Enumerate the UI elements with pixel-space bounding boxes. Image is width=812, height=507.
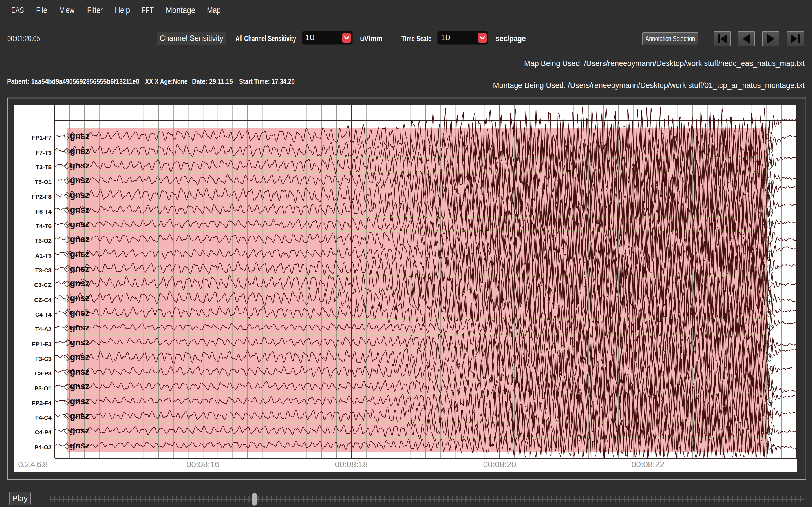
svg-text:gnsz: gnsz [70,396,89,406]
svg-text:T6-O2: T6-O2 [35,237,52,244]
svg-text:P4-O2: P4-O2 [35,444,52,450]
svg-text:F4-C4: F4-C4 [35,414,52,421]
svg-text:gnsz: gnsz [70,175,89,185]
svg-text:FP2-F4: FP2-F4 [32,400,52,406]
svg-text:P3-O1: P3-O1 [35,385,52,392]
svg-text:F3-C3: F3-C3 [35,355,52,362]
svg-text:gnsz: gnsz [70,278,89,288]
svg-text:gnsz: gnsz [70,381,89,391]
svg-text:gnsz: gnsz [70,249,89,259]
svg-text:T5-O1: T5-O1 [35,179,52,185]
svg-text:C4-P4: C4-P4 [35,429,52,436]
svg-text:T3-T5: T3-T5 [36,164,52,170]
svg-text:CZ-C4: CZ-C4 [34,297,52,303]
svg-text:T4-A2: T4-A2 [35,326,52,332]
svg-text:0.2.4.6.8: 0.2.4.6.8 [18,460,47,469]
svg-text:T4-T6: T4-T6 [36,223,52,229]
svg-text:C3-P3: C3-P3 [35,370,52,377]
svg-text:C3-CZ: C3-CZ [34,282,52,288]
svg-text:F7-T3: F7-T3 [36,149,52,156]
svg-text:00:08:18: 00:08:18 [335,460,368,469]
svg-text:A1-T3: A1-T3 [35,252,52,259]
svg-text:gnsz: gnsz [70,337,89,347]
svg-text:F8-T4: F8-T4 [36,208,52,215]
svg-text:T3-C3: T3-C3 [35,267,52,274]
svg-text:00:08:16: 00:08:16 [187,460,220,469]
svg-text:FP1-F3: FP1-F3 [32,341,52,347]
svg-text:FP1-F7: FP1-F7 [32,134,52,141]
svg-text:C4-T4: C4-T4 [35,311,52,318]
svg-text:gnsz: gnsz [70,234,89,244]
svg-text:00:08:20: 00:08:20 [483,460,516,469]
svg-text:00:08:22: 00:08:22 [631,460,665,469]
svg-text:FP2-F8: FP2-F8 [32,193,52,200]
